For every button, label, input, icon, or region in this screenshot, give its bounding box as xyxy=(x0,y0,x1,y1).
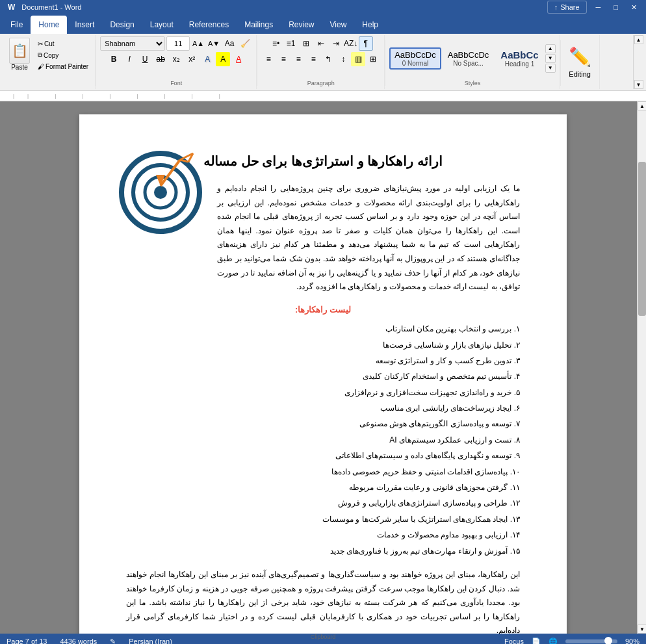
style-normal[interactable]: AaBbCcDc 0 Normal xyxy=(389,47,441,70)
doc-scroll-track[interactable] xyxy=(638,110,646,625)
share-button[interactable]: ↑ Share xyxy=(547,1,587,14)
multilevel-button[interactable]: ⊞ xyxy=(299,36,313,51)
doc-scroll-down[interactable]: ▼ xyxy=(638,625,646,634)
tab-layout[interactable]: Layout xyxy=(142,16,181,34)
list-item: ۱۱. گرفتن مجوزهای قانونی و رعایت مقررات … xyxy=(126,481,520,494)
styles-expand[interactable]: ▼ xyxy=(545,64,556,73)
editing-label: Editing xyxy=(569,70,591,78)
line-spacing-button[interactable]: ↕ xyxy=(336,52,350,66)
document-page[interactable]: ارائه راهکارها و استراتژی‌ها برای حل مسا… xyxy=(79,114,567,634)
increase-font-button[interactable]: A▲ xyxy=(191,36,205,51)
print-layout-icon[interactable]: 📄 xyxy=(532,638,541,645)
tab-mailings[interactable]: Mailings xyxy=(237,16,281,34)
ribbon-content: 📋 Paste ✂ Cut ⧉ Copy 🖌 Format Painter Cl… xyxy=(0,34,646,91)
font-row-2: B I U ab x₂ x² A A A xyxy=(107,52,246,66)
font-label: Font xyxy=(170,80,182,88)
editing-content: ✏️ Editing xyxy=(569,46,591,78)
clear-format-button[interactable]: 🧹 xyxy=(238,36,252,51)
scissors-icon: ✂ xyxy=(38,40,43,47)
ribbon-tabs: File Home Insert Design Layout Reference… xyxy=(0,14,646,34)
italic-button[interactable]: I xyxy=(122,52,136,66)
web-view-icon[interactable]: 🌐 xyxy=(549,638,558,645)
paintbrush-icon: 🖌 xyxy=(38,63,44,70)
styles-scroll-up[interactable]: ▲ xyxy=(545,44,556,53)
status-right: Focus 📄 🌐 90% xyxy=(504,638,640,645)
editing-group: ✏️ Editing xyxy=(561,35,600,89)
list-item: ۶. ایجاد زیرساخت‌های رایانشی ابری مناسب xyxy=(126,402,520,415)
minimize-icon[interactable]: ─ xyxy=(592,2,605,12)
tab-insert[interactable]: Insert xyxy=(67,16,102,34)
clipboard-label: Clipboard xyxy=(311,634,336,641)
copy-icon: ⧉ xyxy=(38,51,42,59)
font-size-input[interactable] xyxy=(166,36,190,51)
tab-file[interactable]: File xyxy=(3,16,31,34)
superscript-button[interactable]: x² xyxy=(185,52,199,66)
tab-view[interactable]: View xyxy=(322,16,355,34)
font-color-button[interactable]: A xyxy=(231,52,246,66)
style-heading1[interactable]: AaBbCc Heading 1 xyxy=(495,47,543,70)
decrease-indent-button[interactable]: ⇤ xyxy=(314,36,328,51)
font-name-select[interactable]: Shabnam xyxy=(100,36,165,51)
para-group-content: ≡• ≡1 ⊞ ⇤ ⇥ AZ↓ ¶ ≡ ≡ ≡ ≡ ↰ ↕ ▥ ⊞ xyxy=(261,36,380,80)
list-item: ۱۳. ایجاد همکاری‌های استراتژیک با سایر ش… xyxy=(126,513,520,526)
strikethrough-button[interactable]: ab xyxy=(153,52,168,66)
tab-design[interactable]: Design xyxy=(102,16,142,34)
list-item: ۱. بررسی و انتخاب بهترین مکان استارتاپ xyxy=(126,322,520,335)
tab-review[interactable]: Review xyxy=(281,16,322,34)
underline-button[interactable]: U xyxy=(138,52,152,66)
list-title: لیست راهکارها: xyxy=(126,302,520,317)
word-count: 4436 words xyxy=(60,638,97,644)
close-icon[interactable]: ✕ xyxy=(627,2,641,13)
font-row-1: Shabnam A▲ A▼ Aa 🧹 xyxy=(100,36,252,51)
ribbon-scroll-up[interactable]: ▲ xyxy=(634,35,643,44)
format-painter-button[interactable]: 🖌 Format Painter xyxy=(35,62,91,71)
ribbon-scrollbar[interactable]: ▲ ▼ xyxy=(633,35,643,89)
align-center-button[interactable]: ≡ xyxy=(276,52,291,66)
rtl-button[interactable]: ↰ xyxy=(321,52,335,66)
paragraph-label: Paragraph xyxy=(307,80,335,88)
change-case-button[interactable]: Aa xyxy=(222,36,237,51)
numbering-button[interactable]: ≡1 xyxy=(284,36,298,51)
maximize-icon[interactable]: □ xyxy=(610,2,622,12)
intro-paragraph: ما یک ارزیابی اولیه در مورد پیش‌نیازهای … xyxy=(217,182,520,294)
increase-indent-button[interactable]: ⇥ xyxy=(329,36,343,51)
align-right-button[interactable]: ≡ xyxy=(291,52,305,66)
zoom-slider[interactable] xyxy=(565,639,617,643)
zoom-thumb xyxy=(604,637,612,644)
list-item: ۴. تأسیس تیم متخصص و استخدام کارکنان کلی… xyxy=(126,370,520,383)
list-item: ۱۲. طراحی و پیاده‌سازی استراتژی‌های بازا… xyxy=(126,496,520,509)
document-area: ارائه راهکارها و استراتژی‌ها برای حل مسا… xyxy=(0,101,646,634)
clipboard-group: 📋 Paste ✂ Cut ⧉ Copy 🖌 Format Painter Cl… xyxy=(3,35,96,89)
paste-button[interactable]: 📋 Paste xyxy=(6,36,32,72)
tab-help[interactable]: Help xyxy=(354,16,386,34)
list-item: ۷. توسعه و پیاده‌سازی الگوریتم‌های هوش م… xyxy=(126,417,520,430)
borders-button[interactable]: ⊞ xyxy=(366,52,380,66)
ribbon-scroll-down[interactable]: ▼ xyxy=(634,80,643,89)
document-scrollbar[interactable]: ▲ ▼ xyxy=(637,101,646,634)
text-effects-button[interactable]: A xyxy=(200,52,214,66)
page-info: Page 7 of 13 xyxy=(6,638,47,644)
word-icon: W xyxy=(5,2,18,12)
style-no-space[interactable]: AaBbCcDc No Spac... xyxy=(443,47,495,70)
decrease-font-button[interactable]: A▼ xyxy=(207,36,221,51)
highlight-button[interactable]: A xyxy=(216,52,230,66)
bullets-button[interactable]: ≡• xyxy=(269,36,283,51)
title-bar: W Document1 - Word ↑ Share ─ □ ✕ xyxy=(0,0,646,14)
doc-scroll-up[interactable]: ▲ xyxy=(638,101,646,110)
show-marks-button[interactable]: ¶ xyxy=(359,36,373,51)
align-left-button[interactable]: ≡ xyxy=(261,52,276,66)
styles-scroll-down[interactable]: ▼ xyxy=(545,54,556,63)
list-item: ۵. خرید و راه‌اندازی تجهیزات سخت‌افزاری … xyxy=(126,386,520,399)
justify-button[interactable]: ≡ xyxy=(306,52,320,66)
bold-button[interactable]: B xyxy=(107,52,121,66)
cut-button[interactable]: ✂ Cut xyxy=(35,39,91,49)
styles-group: AaBbCcDc 0 Normal AaBbCcDc No Spac... Aa… xyxy=(385,35,560,89)
styles-scroll[interactable]: ▲ ▼ ▼ xyxy=(545,44,556,73)
subscript-button[interactable]: x₂ xyxy=(169,52,183,66)
shading-button[interactable]: ▥ xyxy=(351,52,365,66)
copy-button[interactable]: ⧉ Copy xyxy=(35,50,91,60)
sort-button[interactable]: AZ↓ xyxy=(344,36,358,51)
focus-label[interactable]: Focus xyxy=(504,638,524,644)
tab-home[interactable]: Home xyxy=(31,16,67,34)
tab-references[interactable]: References xyxy=(181,16,237,34)
